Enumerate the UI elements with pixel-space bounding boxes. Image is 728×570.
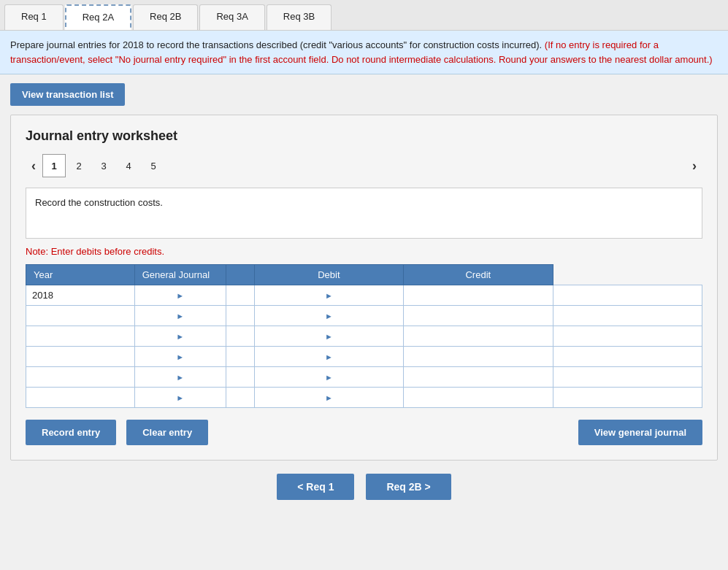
debit-input-5[interactable] [404, 388, 552, 407]
page-4-button[interactable]: 4 [117, 154, 140, 177]
debit-cell-5[interactable] [404, 388, 553, 408]
next-nav-button[interactable]: Req 2B > [366, 474, 451, 500]
nav-buttons: < Req 1 Req 2B > [0, 474, 728, 500]
journal-input-4[interactable] [226, 367, 254, 387]
page-prev-button[interactable]: ‹ [26, 157, 42, 175]
year-cell-2 [26, 326, 135, 347]
journal-cell-0[interactable] [226, 285, 254, 306]
arrow-left-0: ► [134, 285, 226, 306]
credit-input-2[interactable] [553, 326, 702, 346]
credit-input-1[interactable] [553, 306, 702, 326]
page-next-button[interactable]: › [686, 157, 702, 175]
arrow-left-2: ► [134, 326, 226, 347]
table-row: ►► [26, 306, 702, 326]
col-header-journal: General Journal [134, 265, 226, 285]
view-general-journal-button[interactable]: View general journal [578, 420, 702, 445]
tab-req2a[interactable]: Req 2A [65, 4, 131, 30]
arrow-right-0: ► [254, 285, 403, 306]
page-3-button[interactable]: 3 [92, 154, 115, 177]
page-5-button[interactable]: 5 [142, 154, 165, 177]
debit-cell-4[interactable] [404, 367, 553, 388]
worksheet-title: Journal entry worksheet [26, 128, 702, 144]
bottom-buttons: Record entry Clear entry View general jo… [26, 420, 702, 445]
credit-cell-2[interactable] [553, 326, 702, 347]
debit-input-1[interactable] [404, 306, 552, 326]
col-header-year: Year [26, 265, 135, 285]
clear-entry-button[interactable]: Clear entry [126, 420, 208, 445]
record-entry-button[interactable]: Record entry [26, 420, 116, 445]
arrow-left-1: ► [134, 306, 226, 326]
page-1-button[interactable]: 1 [42, 154, 66, 177]
view-transaction-button[interactable]: View transaction list [10, 83, 125, 106]
instructions-panel: Prepare journal entries for 2018 to reco… [0, 31, 728, 74]
debit-input-0[interactable] [404, 285, 552, 305]
col-header-debit: Debit [254, 265, 403, 285]
credit-cell-4[interactable] [553, 367, 702, 388]
table-row: ►► [26, 388, 702, 408]
credit-cell-5[interactable] [553, 388, 702, 408]
journal-input-0[interactable] [226, 285, 254, 305]
description-box: Record the construction costs. [26, 188, 702, 239]
tab-req3a[interactable]: Req 3A [199, 4, 264, 30]
credit-input-3[interactable] [553, 347, 702, 366]
journal-input-1[interactable] [226, 306, 254, 326]
journal-cell-2[interactable] [226, 326, 254, 347]
credit-input-0[interactable] [553, 285, 702, 305]
worksheet-container: Journal entry worksheet ‹ 1 2 3 4 5 › Re… [10, 115, 718, 461]
credit-cell-1[interactable] [553, 306, 702, 326]
arrow-right-5: ► [254, 388, 403, 408]
page-2-button[interactable]: 2 [67, 154, 91, 177]
pagination: ‹ 1 2 3 4 5 › [26, 154, 702, 177]
journal-cell-1[interactable] [226, 306, 254, 326]
col-header-credit: Credit [404, 265, 553, 285]
debit-cell-2[interactable] [404, 326, 553, 347]
journal-cell-4[interactable] [226, 367, 254, 388]
year-cell-3 [26, 347, 135, 367]
credit-cell-0[interactable] [553, 285, 702, 306]
debit-input-2[interactable] [404, 326, 552, 346]
arrow-left-5: ► [134, 388, 226, 408]
journal-table: Year General Journal Debit Credit 2018►►… [26, 264, 702, 408]
description-text: Record the construction costs. [35, 197, 163, 208]
arrow-left-3: ► [134, 347, 226, 367]
note-text: Note: Enter debits before credits. [26, 246, 702, 257]
prev-nav-label: < Req 1 [297, 481, 334, 493]
instructions-main: Prepare journal entries for 2018 to reco… [10, 39, 542, 50]
year-cell-4 [26, 367, 135, 388]
arrow-right-4: ► [254, 367, 403, 388]
debit-input-4[interactable] [404, 367, 552, 387]
year-cell-0: 2018 [26, 285, 135, 306]
tabs-bar: Req 1 Req 2A Req 2B Req 3A Req 3B [0, 0, 728, 31]
arrow-right-1: ► [254, 306, 403, 326]
table-row: ►► [26, 347, 702, 367]
year-cell-5 [26, 388, 135, 408]
journal-cell-3[interactable] [226, 347, 254, 367]
journal-input-2[interactable] [226, 326, 254, 346]
journal-input-3[interactable] [226, 347, 254, 366]
tab-req3b[interactable]: Req 3B [267, 4, 332, 30]
debit-cell-0[interactable] [404, 285, 553, 306]
col-header-arrow [226, 265, 254, 285]
table-row: ►► [26, 367, 702, 388]
arrow-right-3: ► [254, 347, 403, 367]
next-nav-label: Req 2B > [386, 481, 430, 493]
year-cell-1 [26, 306, 135, 326]
journal-cell-5[interactable] [226, 388, 254, 408]
debit-input-3[interactable] [404, 347, 552, 366]
credit-input-4[interactable] [553, 367, 702, 387]
journal-input-5[interactable] [226, 388, 254, 407]
arrow-right-2: ► [254, 326, 403, 347]
tab-req1[interactable]: Req 1 [4, 4, 64, 30]
table-row: 2018►► [26, 285, 702, 306]
credit-cell-3[interactable] [553, 347, 702, 367]
table-row: ►► [26, 326, 702, 347]
tab-req2b[interactable]: Req 2B [133, 4, 198, 30]
prev-nav-button[interactable]: < Req 1 [277, 474, 354, 500]
credit-input-5[interactable] [553, 388, 702, 407]
debit-cell-3[interactable] [404, 347, 553, 367]
debit-cell-1[interactable] [404, 306, 553, 326]
arrow-left-4: ► [134, 367, 226, 388]
